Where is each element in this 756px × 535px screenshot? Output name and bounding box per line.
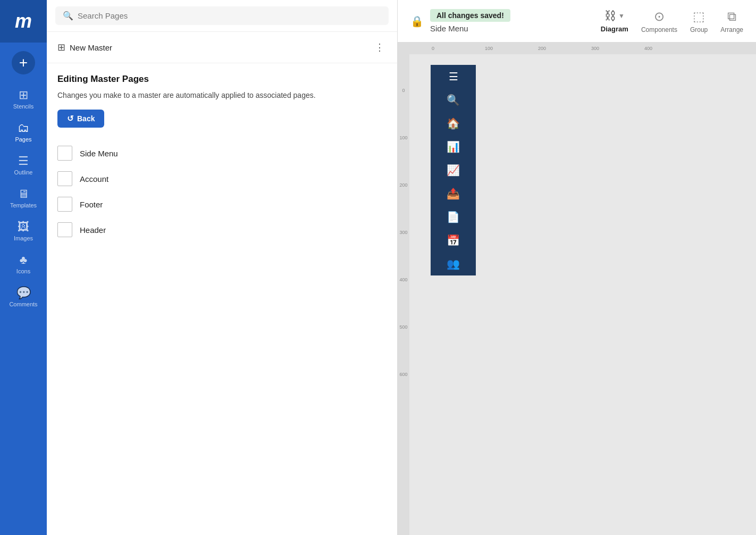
editing-title: Editing Master Pages <box>57 74 387 85</box>
add-button[interactable]: + <box>12 51 35 74</box>
list-item[interactable]: Side Menu <box>57 140 387 166</box>
sidebar-item-label: Images <box>14 235 33 241</box>
ruler-mark: 0 <box>402 88 405 93</box>
canvas-viewport: 0 100 200 300 400 0 100 200 300 400 500 <box>398 43 756 535</box>
new-master-button[interactable]: ⊞ New Master <box>57 41 112 53</box>
group-label: Group <box>690 26 708 34</box>
sidebar-item-label: Outline <box>14 169 33 175</box>
add-icon: + <box>19 54 28 71</box>
sidebar-item-icons[interactable]: ♣ Icons <box>0 248 47 281</box>
logo-area[interactable]: m <box>0 0 47 43</box>
ruler-mark: 300 <box>399 230 407 235</box>
pages-panel: 🔍 ⊞ New Master ⋮ Editing Master Pages Ch… <box>47 0 398 535</box>
sidebar-item-label: Icons <box>16 268 30 274</box>
search-icon: 🔍 <box>63 11 73 21</box>
ruler-mark: 0 <box>432 46 485 51</box>
ruler-horizontal: 0 100 200 300 400 <box>398 43 756 54</box>
back-icon: ↺ <box>67 114 74 123</box>
ruler-mark: 600 <box>399 372 407 377</box>
new-master-icon: ⊞ <box>57 41 65 53</box>
icons-icon: ♣ <box>20 254 27 266</box>
group-tool[interactable]: ⬚ Group <box>690 9 708 34</box>
outline-icon: ☰ <box>18 155 29 167</box>
diagram-icon: ⛓ <box>604 9 616 23</box>
back-button[interactable]: ↺ Back <box>57 110 104 128</box>
page-icon <box>57 197 72 212</box>
comments-icon: 💬 <box>16 287 31 299</box>
panel-header: ⊞ New Master ⋮ <box>47 32 397 63</box>
page-icon <box>57 146 72 161</box>
sidebar-item-comments[interactable]: 💬 Comments <box>0 281 47 314</box>
page-name: Side Menu <box>80 149 118 158</box>
sidebar-item-images[interactable]: 🖼 Images <box>0 215 47 248</box>
top-toolbar: 🔒 All changes saved! Side Menu ⛓ ▼ Diagr… <box>398 0 756 43</box>
search-input[interactable] <box>78 11 381 20</box>
ruler-vertical: 0 100 200 300 400 500 600 <box>398 54 409 535</box>
sidebar-item-label: Pages <box>15 136 31 143</box>
hamburger-icon: ☰ <box>449 70 458 83</box>
canvas-content[interactable]: ☰ 🔍 🏠 📊 📈 📤 📄 📅 👥 <box>409 54 756 535</box>
save-status: All changes saved! <box>430 9 510 22</box>
lock-icon: 🔒 <box>410 15 424 28</box>
sidebar-item-templates[interactable]: 🖥 Templates <box>0 182 47 215</box>
toolbar-right: ⛓ ▼ Diagram ⊙ Components ⬚ Group ⧉ Arran… <box>601 9 743 34</box>
new-master-label: New Master <box>70 43 112 52</box>
editing-desc: Changes you make to a master are automat… <box>57 90 387 101</box>
home-menu-icon: 🏠 <box>447 117 460 130</box>
arrange-label: Arrange <box>720 26 743 34</box>
diagram-icon-row: ⛓ ▼ <box>604 9 625 23</box>
list-item[interactable]: Header <box>57 217 387 243</box>
page-title: Side Menu <box>430 24 510 33</box>
chart-menu-icon: 📊 <box>447 140 460 153</box>
images-icon: 🖼 <box>18 221 29 233</box>
components-icon: ⊙ <box>654 9 665 24</box>
ruler-mark: 400 <box>644 46 698 51</box>
canvas-area: 🔒 All changes saved! Side Menu ⛓ ▼ Diagr… <box>398 0 756 535</box>
sidebar-item-outline[interactable]: ☰ Outline <box>0 149 47 182</box>
search-input-wrapper[interactable]: 🔍 <box>55 6 389 25</box>
stencils-icon: ⊞ <box>19 89 28 101</box>
sidebar-item-label: Stencils <box>13 103 34 110</box>
list-item[interactable]: Footer <box>57 191 387 217</box>
ruler-mark: 200 <box>538 46 591 51</box>
users-menu-icon: 👥 <box>447 257 460 270</box>
sidebar-item-label: Templates <box>10 202 37 208</box>
more-options-button[interactable]: ⋮ <box>373 39 387 55</box>
ruler-mark: 100 <box>485 46 538 51</box>
ruler-mark: 500 <box>399 325 407 330</box>
ruler-mark: 400 <box>399 278 407 282</box>
components-label: Components <box>641 26 677 34</box>
templates-icon: 🖥 <box>18 188 29 200</box>
page-icon <box>57 171 72 186</box>
master-pages-list: Side Menu Account Footer Header <box>47 136 397 247</box>
sidebar-item-pages[interactable]: 🗂 Pages <box>0 116 47 149</box>
diagram-tool[interactable]: ⛓ ▼ Diagram <box>601 9 628 33</box>
page-icon <box>57 222 72 237</box>
search-menu-icon: 🔍 <box>447 94 460 106</box>
analytics-menu-icon: 📈 <box>447 164 460 177</box>
components-tool[interactable]: ⊙ Components <box>641 9 677 34</box>
toolbar-left: 🔒 All changes saved! Side Menu <box>410 9 584 33</box>
page-name: Footer <box>80 200 103 209</box>
page-name: Account <box>80 174 108 183</box>
ruler-mark: 300 <box>591 46 644 51</box>
dropdown-icon: ▼ <box>618 12 625 20</box>
sidebar-item-stencils[interactable]: ⊞ Stencils <box>0 83 47 116</box>
icon-sidebar: m + ⊞ Stencils 🗂 Pages ☰ Outline 🖥 Templ… <box>0 0 47 535</box>
calendar-menu-icon: 📅 <box>447 234 460 247</box>
side-menu-preview: ☰ 🔍 🏠 📊 📈 📤 📄 📅 👥 <box>431 65 476 275</box>
group-icon: ⬚ <box>693 9 705 24</box>
arrange-icon: ⧉ <box>727 9 736 24</box>
upload-menu-icon: 📤 <box>447 187 460 200</box>
file-menu-icon: 📄 <box>447 211 460 223</box>
logo: m <box>15 10 32 32</box>
list-item[interactable]: Account <box>57 166 387 191</box>
editing-info: Editing Master Pages Changes you make to… <box>47 63 397 136</box>
pages-icon: 🗂 <box>18 122 29 134</box>
canvas-main: 0 100 200 300 400 500 600 ☰ 🔍 <box>398 54 756 535</box>
search-bar: 🔍 <box>47 0 397 32</box>
sidebar-item-label: Comments <box>9 301 37 307</box>
back-label: Back <box>77 114 95 123</box>
page-name: Header <box>80 225 106 235</box>
arrange-tool[interactable]: ⧉ Arrange <box>720 9 743 34</box>
